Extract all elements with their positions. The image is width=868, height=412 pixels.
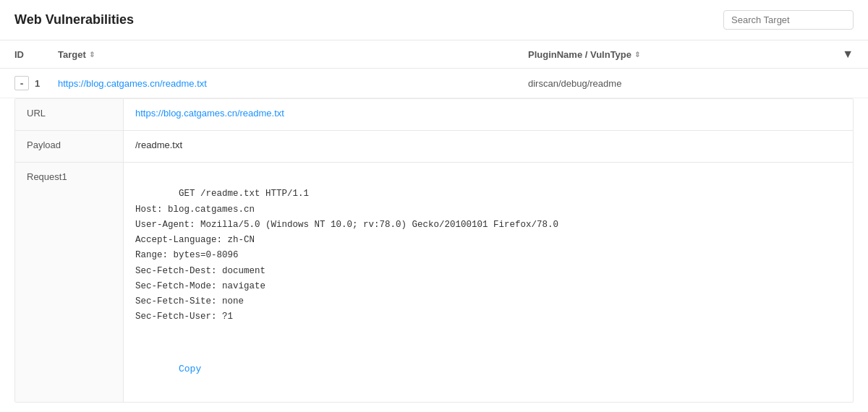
detail-request-row: Request1 GET /readme.txt HTTP/1.1 Host: … [15,163,853,402]
detail-payload-label: Payload [15,131,124,162]
search-input[interactable] [723,10,854,30]
detail-url-link[interactable]: https://blog.catgames.cn/readme.txt [135,108,284,119]
page-header: Web Vulnerabilities [0,0,868,40]
page-title: Web Vulnerabilities [14,12,134,27]
detail-payload-value: /readme.txt [124,131,853,162]
col-plugin-header: PluginName / VulnType ⇕ [528,49,832,60]
target-sort-icon[interactable]: ⇕ [89,51,95,59]
detail-payload-row: Payload /readme.txt [15,131,853,163]
detail-request-label: Request1 [15,163,124,402]
row-id-cell: - 1 [14,76,58,90]
plugin-sort-icon[interactable]: ⇕ [634,51,640,59]
copy-button[interactable]: Copy [179,361,201,377]
detail-panel: URL https://blog.catgames.cn/readme.txt … [14,98,854,403]
vulnerabilities-table: ID Target ⇕ PluginName / VulnType ⇕ ▼ - … [0,40,868,403]
col-id-header: ID [14,49,58,60]
row-target-cell: https://blog.catgames.cn/readme.txt [58,77,528,89]
target-url-link[interactable]: https://blog.catgames.cn/readme.txt [58,78,207,89]
filter-icon[interactable]: ▼ [832,48,854,61]
table-header: ID Target ⇕ PluginName / VulnType ⇕ ▼ [0,40,868,69]
detail-url-label: URL [15,99,124,130]
detail-request-value: GET /readme.txt HTTP/1.1 Host: blog.catg… [124,163,853,402]
col-target-header: Target ⇕ [58,49,528,60]
detail-url-value: https://blog.catgames.cn/readme.txt [124,99,853,130]
table-row: - 1 https://blog.catgames.cn/readme.txt … [0,69,868,98]
row-toggle-button[interactable]: - [14,76,29,90]
row-plugin-cell: dirscan/debug/readme [528,78,832,89]
detail-url-row: URL https://blog.catgames.cn/readme.txt [15,99,853,131]
